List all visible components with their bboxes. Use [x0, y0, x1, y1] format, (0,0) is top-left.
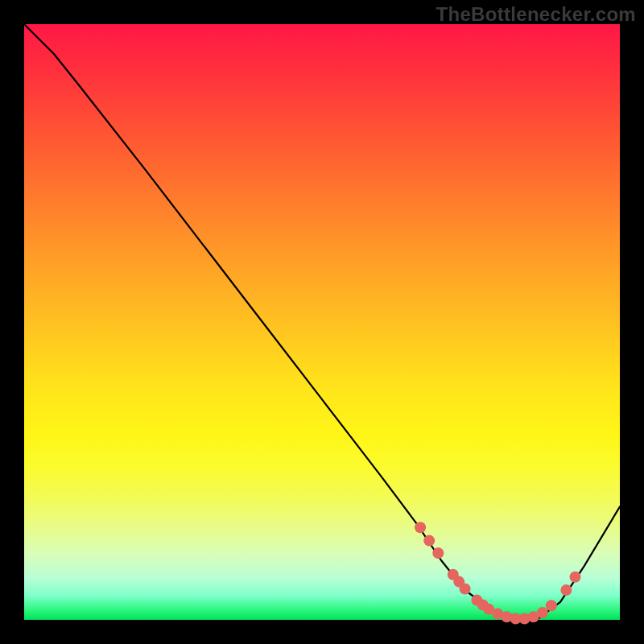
highlight-point — [546, 600, 557, 611]
highlight-point — [537, 607, 548, 618]
highlight-point — [432, 547, 444, 559]
highlight-point — [423, 535, 435, 547]
highlight-point — [570, 572, 581, 583]
highlight-point — [560, 584, 572, 596]
highlight-markers — [415, 522, 580, 624]
curve-layer — [24, 24, 620, 620]
highlight-point — [415, 522, 426, 533]
watermark-text: TheBottlenecker.com — [436, 3, 636, 26]
chart-frame: TheBottlenecker.com — [0, 0, 644, 644]
highlight-point — [460, 584, 471, 595]
bottleneck-curve — [24, 24, 620, 620]
plot-area — [24, 24, 620, 620]
